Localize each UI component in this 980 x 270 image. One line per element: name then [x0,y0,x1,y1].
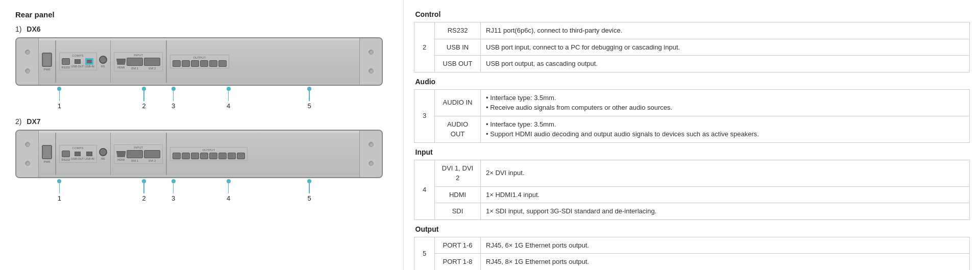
port1-dx7 [173,153,181,159]
comps-section-dx7: COMPS RS232 USB-OUT USB-IN [59,145,97,163]
dvi1-dx6 [127,58,143,66]
device-image-dx6: PWR COMPS RS232 USB-OUT [15,37,383,86]
dvi2-dx7 [144,150,160,158]
audio-block-dx7: RS [99,148,107,160]
callout-dx7-1: 1 [57,179,61,202]
power-block-dx7: PWR [42,145,52,163]
hdmi-dx7 [116,151,126,157]
port3-dx6 [191,60,199,67]
divider3-dx7 [166,133,167,175]
usb-out-dx6 [75,59,81,64]
callouts-dx6: 1 2 3 4 5 [15,87,383,107]
port3-dx7 [191,153,199,159]
specs-table: Control 2 RS232 RJ11 port(6p6c), connect… [414,5,970,270]
port2-dx7 [182,153,190,159]
rj45-dx6-1 [62,58,70,65]
callout-dx7-4: 4 [227,179,231,202]
callout-dx6-3: 3 [172,87,176,110]
port-name-dvi: DVI 1, DVI 2 [435,160,481,186]
screw-dx7-br [369,161,374,166]
port-desc-usb-out: USB port output, as cascading output. [481,56,970,72]
comps-section-dx6: COMPS RS232 USB-OUT USB-IN [59,53,97,70]
device-label-dx6: 1) DX6 [15,25,388,33]
screw-dx6-tr [369,50,374,55]
port-name-audio-in: AUDIO IN [435,89,481,116]
device-label-dx7: 2) DX7 [15,117,388,126]
table-row-rs232: 2 RS232 RJ11 port(6p6c), connect to thir… [414,22,970,39]
port-name-port1-6: PORT 1-6 [435,237,481,254]
port-name-audio-out: AUDIO OUT [435,116,481,142]
port6-dx6 [218,60,227,67]
left-ear-dx6 [16,38,39,85]
usb-in-dx6 [86,59,92,64]
table-row-dvi: 4 DVI 1, DVI 2 2× DVI input. [414,160,970,186]
port-desc-sdi: 1× SDI input, support 3G-SDI standard an… [481,203,970,220]
divider1-dx6 [55,40,56,83]
table-row-audio-out: AUDIO OUT • Interface type: 3.5mm. • Sup… [414,116,970,142]
device-image-dx7: PWR COMPS RS232 USB-OUT [15,130,383,178]
usb-b-dx7 [86,152,92,156]
device-inner-dx7: PWR COMPS RS232 USB-OUT [39,133,359,175]
port6-dx7 [218,153,227,159]
power-port-dx7 [42,145,52,159]
callout-dx6-5: 5 [307,87,311,110]
device-inner-dx6: PWR COMPS RS232 USB-OUT [39,40,359,83]
row-num-2: 2 [414,22,435,72]
usb-a-dx7 [75,152,81,156]
divider3-dx6 [166,40,167,83]
screw-dx7-bl [25,161,30,166]
port-desc-usb-in: USB port input, connect to a PC for debu… [481,39,970,56]
screw-dx6-br [369,68,374,73]
screw-dx6-bl [25,68,30,73]
port-name-sdi: SDI [435,203,481,220]
input-section-dx6: INPUT HDMI DVI 1 DVI 2 [114,52,163,71]
table-row-audio-in: 3 AUDIO IN • Interface type: 3.5mm. • Re… [414,89,970,116]
port-desc-rs232: RJ11 port(6p6c), connect to third-party … [481,22,970,39]
output-section-dx6: OUTPUT [170,55,229,68]
section-header-control: Control [414,5,970,22]
dvi2-dx6 [144,58,160,66]
divider2-dx7 [110,133,111,175]
screw-dx7-tr [369,142,374,147]
device-section-dx7: 2) DX7 PWR COMPS [15,117,388,200]
right-ear-dx7 [359,131,382,177]
port-desc-audio-in: • Interface type: 3.5mm. • Receive audio… [481,89,970,116]
port-desc-audio-out: • Interface type: 3.5mm. • Support HDMI … [481,116,970,142]
port-name-usb-in: USB IN [435,39,481,56]
audio-dx7 [99,148,107,156]
table-row-usb-out: USB OUT USB port output, as cascading ou… [414,56,970,72]
port1-dx6 [173,60,181,67]
port-desc-hdmi: 1× HDMI1.4 input. [481,186,970,203]
left-panel: Rear panel 1) DX6 PWR [0,0,403,270]
row-num-5: 5 [414,237,435,270]
callout-dx6-2: 2 [142,87,146,110]
table-row-port1-8: PORT 1-8 RJ45, 8× 1G Ethernet ports outp… [414,254,970,271]
port-name-port1-8: PORT 1-8 [435,254,481,271]
port-desc-dvi: 2× DVI input. [481,160,970,186]
section-label-control: Control [414,5,970,22]
port2-dx6 [182,60,190,67]
port-desc-port1-6: RJ45, 6× 1G Ethernet ports output. [481,237,970,254]
screw-dx7-tl [25,142,30,147]
port5-dx7 [209,153,217,159]
audio-block-dx6: RS [99,56,107,68]
port8-dx7 [237,153,245,159]
device-section-dx6: 1) DX6 PWR COMPS [15,25,388,107]
rj45-dx7-1 [62,151,70,157]
table-row-port1-6: 5 PORT 1-6 RJ45, 6× 1G Ethernet ports ou… [414,237,970,254]
hdmi-dx6 [116,59,126,65]
callout-dx7-3: 3 [172,179,176,202]
port7-dx7 [228,153,236,159]
callout-dx7-2: 2 [142,179,146,202]
port-name-usb-out: USB OUT [435,56,481,72]
callout-dx7-5: 5 [307,179,311,202]
section-label-output: Output [414,219,970,237]
callout-dx6-1: 1 [57,87,61,110]
left-ear-dx7 [16,131,39,177]
input-section-dx7: INPUT HDMI DVI 1 DVI 2 [114,144,163,164]
divider1-dx7 [55,133,56,175]
section-header-output: Output [414,219,970,237]
section-label-input: Input [414,142,970,160]
port5-dx6 [209,60,217,67]
port-name-rs232: RS232 [435,22,481,39]
